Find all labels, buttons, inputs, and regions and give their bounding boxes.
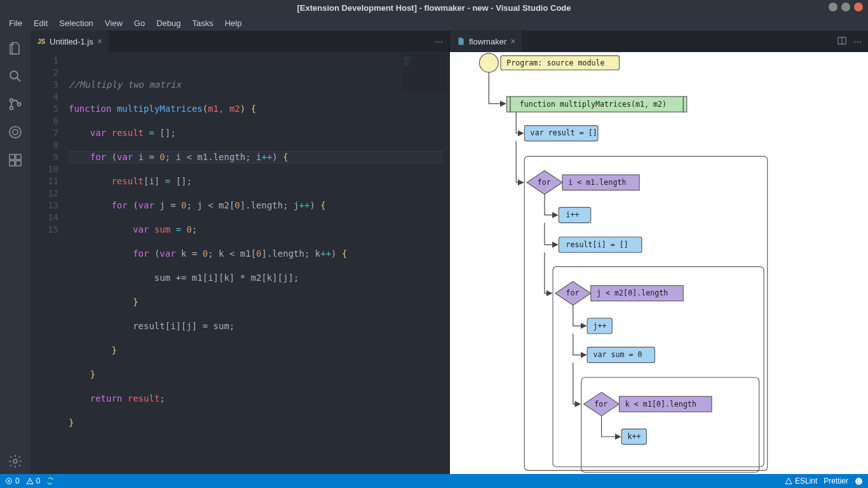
svg-text:result[i] = []: result[i] = [] <box>566 240 628 249</box>
split-editor-icon[interactable] <box>837 36 847 48</box>
menu-tasks[interactable]: Tasks <box>187 17 218 29</box>
close-icon[interactable] <box>854 3 863 11</box>
main-area: JS Untitled-1.js × ⋯ 1 2 3 4 5 6 7 <box>0 30 868 474</box>
svg-point-2 <box>10 107 13 110</box>
menubar: File Edit Selection View Go Debug Tasks … <box>0 15 868 30</box>
svg-text:j++: j++ <box>593 322 606 330</box>
window-title: [Extension Development Host] - flowmaker… <box>297 3 571 13</box>
menu-view[interactable]: View <box>100 17 128 29</box>
status-feedback-icon[interactable] <box>855 477 863 485</box>
menu-file[interactable]: File <box>4 17 27 29</box>
svg-rect-9 <box>16 161 21 166</box>
activity-files-icon[interactable] <box>0 36 31 61</box>
line-number-gutter: 1 2 3 4 5 6 7 8 9 10 11 12 13 14 15 <box>31 52 69 474</box>
status-eslint[interactable]: ESLint <box>785 477 817 485</box>
status-errors[interactable]: 0 <box>5 477 20 485</box>
tab-flowmaker[interactable]: flowmaker × <box>450 30 522 52</box>
activity-search-icon[interactable] <box>0 64 31 89</box>
svg-rect-7 <box>16 154 21 159</box>
svg-point-3 <box>18 103 21 106</box>
svg-point-29 <box>860 480 860 480</box>
editor-area: JS Untitled-1.js × ⋯ 1 2 3 4 5 6 7 <box>31 30 868 474</box>
flowchart-preview[interactable]: Program: source module function multiply… <box>450 52 868 474</box>
tabbar-right: flowmaker × ⋯ <box>450 30 868 52</box>
maximize-icon[interactable] <box>841 3 850 11</box>
status-warnings[interactable]: 0 <box>26 477 41 485</box>
svg-point-10 <box>13 459 17 463</box>
svg-text:i < m1.length: i < m1.length <box>568 178 626 187</box>
minimize-icon[interactable] <box>829 3 837 11</box>
svg-text:k++: k++ <box>628 432 641 441</box>
svg-text:k < m1[0].length: k < m1[0].length <box>625 400 696 409</box>
menu-help[interactable]: Help <box>220 17 247 29</box>
activity-settings-icon[interactable] <box>0 449 31 474</box>
flow-program-label: Program: source module <box>506 58 604 67</box>
flow-start-circle <box>479 53 498 72</box>
activity-debug-icon[interactable] <box>0 119 31 145</box>
svg-point-27 <box>855 478 862 485</box>
statusbar: 0 0 ESLint Prettier <box>0 474 868 488</box>
minimap[interactable]: ▂▃▃▂▃▃▃▂▃▂▂▂▃▃▂▃▃▃▂▃▂▂▂▂▃▂▃▃▂▂▂▃▂▂▃▂▃▂▃▂… <box>402 55 447 93</box>
window-titlebar: [Extension Development Host] - flowmaker… <box>0 0 868 15</box>
activity-bar <box>0 30 31 474</box>
svg-text:i++: i++ <box>566 210 580 219</box>
menu-go[interactable]: Go <box>129 17 150 29</box>
svg-text:for: for <box>594 400 607 409</box>
status-sync-icon[interactable] <box>46 477 54 485</box>
tabbar-left: JS Untitled-1.js × ⋯ <box>31 30 449 52</box>
window-controls <box>829 3 863 11</box>
editor-more-icon[interactable]: ⋯ <box>853 37 862 46</box>
activity-git-icon[interactable] <box>0 92 31 117</box>
svg-point-28 <box>857 480 858 480</box>
svg-text:for: for <box>538 178 551 187</box>
tab-untitled-js[interactable]: JS Untitled-1.js × <box>31 30 109 52</box>
svg-point-5 <box>13 130 18 135</box>
tab-close-icon[interactable]: × <box>510 36 515 46</box>
preview-file-icon <box>456 37 465 46</box>
flow-function-label: function multiplyMatrices(m1, m2) <box>520 100 667 109</box>
menu-edit[interactable]: Edit <box>29 17 53 29</box>
code-editor[interactable]: 1 2 3 4 5 6 7 8 9 10 11 12 13 14 15 //Mu… <box>31 52 449 474</box>
editor-group-right: flowmaker × ⋯ <box>450 30 868 474</box>
tab-label: flowmaker <box>469 37 506 46</box>
flow-for-i-container <box>524 156 767 470</box>
svg-text:j < m2[0].length: j < m2[0].length <box>597 288 668 297</box>
svg-rect-6 <box>10 154 15 159</box>
svg-rect-8 <box>10 161 15 166</box>
svg-text:for: for <box>566 288 580 297</box>
editor-more-icon[interactable]: ⋯ <box>435 37 443 46</box>
menu-debug[interactable]: Debug <box>151 17 186 29</box>
tab-close-icon[interactable]: × <box>97 36 102 46</box>
activity-extensions-icon[interactable] <box>0 147 31 173</box>
svg-point-1 <box>10 99 13 102</box>
js-file-icon: JS <box>37 37 46 46</box>
svg-text:var sum = 0: var sum = 0 <box>593 350 642 359</box>
flow-for-k-container <box>581 377 759 472</box>
tab-label: Untitled-1.js <box>50 37 93 46</box>
editor-group-left: JS Untitled-1.js × ⋯ 1 2 3 4 5 6 7 <box>31 30 450 474</box>
code-content[interactable]: //Multiply two matrix function multiplyM… <box>69 52 449 474</box>
svg-point-0 <box>10 71 18 79</box>
menu-selection[interactable]: Selection <box>54 17 98 29</box>
status-prettier[interactable]: Prettier <box>824 477 848 485</box>
svg-text:var result = []: var result = [] <box>531 128 597 137</box>
